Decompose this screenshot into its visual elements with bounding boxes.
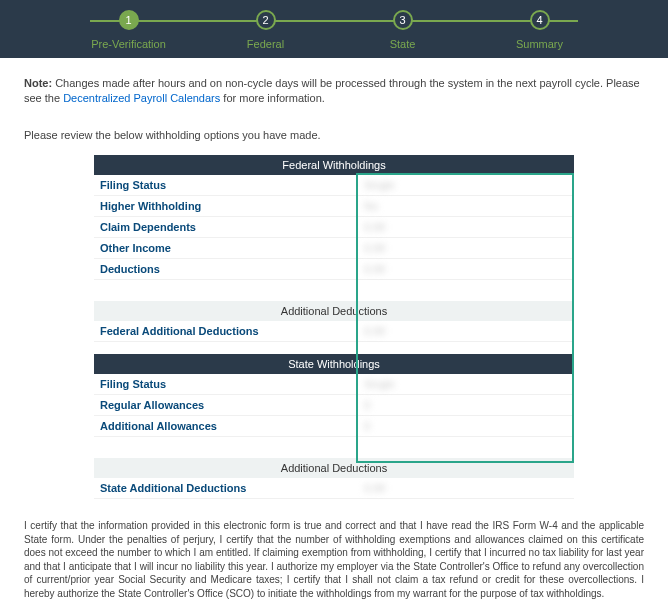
table-row: Deductions0.00 xyxy=(94,258,574,279)
federal-withholdings-table: Federal Withholdings Filing StatusSingle… xyxy=(94,155,574,500)
federal-header: Federal Withholdings xyxy=(94,155,574,175)
step-number-icon: 1 xyxy=(119,10,139,30)
table-row: Claim Dependents0.00 xyxy=(94,216,574,237)
table-row: Filing StatusSingle xyxy=(94,374,574,395)
review-instruction: Please review the below withholding opti… xyxy=(24,129,644,141)
step-label: Federal xyxy=(247,38,284,50)
step-summary[interactable]: 4 Summary xyxy=(471,10,608,50)
step-number-icon: 3 xyxy=(393,10,413,30)
step-pre-verification[interactable]: 1 Pre-Verification xyxy=(60,10,197,50)
progress-stepper: 1 Pre-Verification 2 Federal 3 State 4 S… xyxy=(0,0,668,58)
note-label: Note: xyxy=(24,77,52,89)
step-label: Summary xyxy=(516,38,563,50)
payroll-calendars-link[interactable]: Decentralized Payroll Calendars xyxy=(63,92,220,104)
step-number-icon: 2 xyxy=(256,10,276,30)
state-header: State Withholdings xyxy=(94,354,574,374)
step-state[interactable]: 3 State xyxy=(334,10,471,50)
note-text: Note: Changes made after hours and on no… xyxy=(24,76,644,107)
federal-subheader: Additional Deductions xyxy=(94,301,574,321)
step-federal[interactable]: 2 Federal xyxy=(197,10,334,50)
step-number-icon: 4 xyxy=(530,10,550,30)
step-label: State xyxy=(390,38,416,50)
withholdings-tables: Federal Withholdings Filing StatusSingle… xyxy=(94,155,574,500)
table-row: Additional Allowances0 xyxy=(94,415,574,436)
table-row: Higher WithholdingNo xyxy=(94,195,574,216)
table-row: Federal Additional Deductions0.00 xyxy=(94,321,574,342)
table-row: Filing StatusSingle xyxy=(94,175,574,196)
certification-text: I certify that the information provided … xyxy=(24,519,644,600)
step-label: Pre-Verification xyxy=(91,38,166,50)
table-row: State Additional Deductions0.00 xyxy=(94,478,574,499)
state-subheader: Additional Deductions xyxy=(94,458,574,478)
table-row: Other Income0.00 xyxy=(94,237,574,258)
table-row: Regular Allowances0 xyxy=(94,394,574,415)
